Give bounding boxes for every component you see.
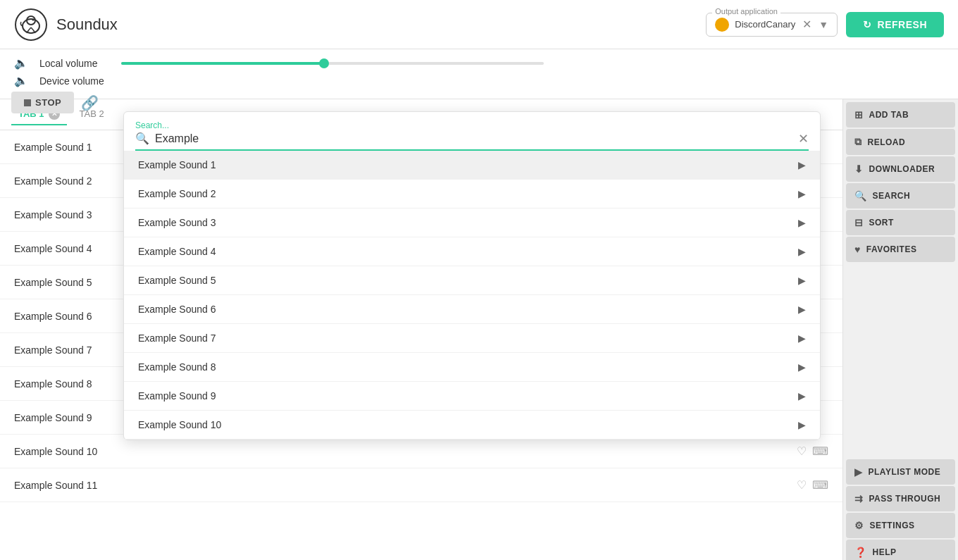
search-result-item-7[interactable]: Example Sound 7 ▶ (124, 324, 820, 353)
search-float-label: Search... (135, 120, 809, 130)
keybind-button-10[interactable]: ⌨ (812, 444, 828, 458)
sound-name: Example Sound 6 (14, 311, 92, 322)
sound-name: Example Sound 7 (14, 344, 92, 356)
local-volume-slider[interactable] (121, 62, 544, 65)
header-right: Output application DiscordCanary ✕ ▼ ↻ R… (706, 12, 944, 37)
search-input-row: 🔍 ✕ (135, 132, 809, 151)
search-result-item-2[interactable]: Example Sound 2 ▶ (124, 180, 820, 209)
search-result-item-8[interactable]: Example Sound 8 ▶ (124, 353, 820, 382)
sound-name: Example Sound 1 (14, 142, 92, 153)
play-icon-5: ▶ (798, 275, 806, 286)
play-icon-3: ▶ (798, 217, 806, 228)
sort-button[interactable]: ⊟ SORT (846, 210, 955, 235)
add-tab-icon: ⊞ (854, 109, 864, 120)
reload-button[interactable]: ⧉ RELOAD (846, 129, 955, 155)
play-icon-4: ▶ (798, 246, 806, 257)
stop-button[interactable]: STOP (11, 92, 74, 113)
result-name: Example Sound 8 (138, 361, 216, 373)
logo-area: Soundux (14, 8, 118, 42)
keybind-button-11[interactable]: ⌨ (812, 478, 828, 492)
sound-name: Example Sound 8 (14, 378, 92, 390)
result-name: Example Sound 10 (138, 419, 221, 430)
device-volume-icon: 🔈 (14, 74, 28, 87)
local-volume-label: Local volume (39, 58, 110, 69)
favorites-icon: ♥ (854, 244, 861, 255)
stop-row: STOP 🔗 (11, 92, 99, 113)
settings-button[interactable]: ⚙ SETTINGS (846, 513, 955, 538)
refresh-button[interactable]: ↻ REFRESH (846, 12, 944, 37)
sound-name: Example Sound 11 (14, 480, 97, 491)
pass-through-button[interactable]: ⇉ PASS THROUGH (846, 486, 955, 511)
result-name: Example Sound 9 (138, 390, 216, 402)
sort-icon: ⊟ (854, 217, 864, 228)
sound-name: Example Sound 3 (14, 209, 92, 220)
play-icon-9: ▶ (798, 390, 806, 402)
sound-name: Example Sound 10 (14, 446, 97, 457)
search-result-item-6[interactable]: Example Sound 6 ▶ (124, 295, 820, 324)
playlist-icon: ▶ (854, 466, 863, 478)
play-icon-10: ▶ (798, 419, 806, 430)
search-button[interactable]: 🔍 SEARCH (846, 183, 955, 209)
stop-icon (24, 99, 31, 106)
play-icon-7: ▶ (798, 332, 806, 344)
result-name: Example Sound 4 (138, 246, 216, 257)
sound-item-10-actions: ♡ ⌨ (797, 444, 828, 458)
search-input[interactable] (155, 132, 792, 145)
favorite-button-11[interactable]: ♡ (797, 478, 807, 492)
sound-name: Example Sound 2 (14, 175, 92, 187)
output-app-label: Output application (712, 7, 780, 15)
search-clear-button[interactable]: ✕ (798, 132, 809, 145)
downloader-button[interactable]: ⬇ DOWNLOADER (846, 156, 955, 182)
search-header: Search... 🔍 ✕ (124, 112, 820, 151)
sound-name: Example Sound 4 (14, 243, 92, 254)
play-icon-2: ▶ (798, 188, 806, 199)
search-result-item-9[interactable]: Example Sound 9 ▶ (124, 382, 820, 411)
playlist-mode-button[interactable]: ▶ PLAYLIST MODE (846, 459, 955, 485)
search-result-item-3[interactable]: Example Sound 3 ▶ (124, 209, 820, 237)
volume-icon: 🔈 (14, 56, 28, 70)
search-result-item-1[interactable]: Example Sound 1 ▶ (124, 151, 820, 180)
discord-icon (715, 18, 729, 32)
device-volume-label: Device volume (39, 75, 110, 87)
sound-item-11[interactable]: Example Sound 11 ♡ ⌨ (0, 468, 842, 502)
help-icon: ❓ (854, 547, 867, 558)
app-logo (14, 8, 48, 42)
refresh-icon: ↻ (863, 19, 872, 30)
search-overlay: Search... 🔍 ✕ Example Sound 1 ▶ Example … (123, 111, 821, 440)
output-app-selector[interactable]: Output application DiscordCanary ✕ ▼ (706, 13, 838, 37)
link-icon-button[interactable]: 🔗 (81, 94, 99, 111)
header: Soundux Output application DiscordCanary… (0, 0, 958, 49)
reload-icon: ⧉ (854, 136, 862, 148)
pass-through-icon: ⇉ (854, 493, 864, 504)
search-result-item-4[interactable]: Example Sound 4 ▶ (124, 237, 820, 266)
close-output-app-button[interactable]: ✕ (801, 18, 813, 31)
add-tab-button[interactable]: ⊞ ADD TAB (846, 102, 955, 127)
help-button[interactable]: ❓ HELP (846, 540, 955, 560)
search-result-item-5[interactable]: Example Sound 5 ▶ (124, 266, 820, 295)
favorites-button[interactable]: ♥ FAVORITES (846, 237, 955, 262)
result-name: Example Sound 2 (138, 188, 216, 199)
settings-icon: ⚙ (854, 520, 864, 531)
play-icon-8: ▶ (798, 361, 806, 373)
favorite-button-10[interactable]: ♡ (797, 444, 807, 458)
device-volume-row: 🔈 Device volume (14, 74, 944, 87)
result-name: Example Sound 7 (138, 332, 216, 344)
sound-name: Example Sound 5 (14, 277, 92, 288)
result-name: Example Sound 3 (138, 217, 216, 228)
svg-point-1 (23, 19, 39, 33)
search-results-list: Example Sound 1 ▶ Example Sound 2 ▶ Exam… (124, 151, 820, 440)
search-magnifier-icon: 🔍 (135, 132, 149, 145)
controls-bar: 🔈 Local volume 🔈 Device volume (0, 49, 958, 99)
result-name: Example Sound 5 (138, 275, 216, 286)
app-title: Soundux (56, 15, 118, 34)
right-sidebar: ⊞ ADD TAB ⧉ RELOAD ⬇ DOWNLOADER 🔍 SEARCH… (843, 99, 958, 560)
output-app-name: DiscordCanary (735, 19, 795, 30)
downloader-icon: ⬇ (854, 163, 864, 175)
sound-item-11-actions: ♡ ⌨ (797, 478, 828, 492)
local-volume-row: 🔈 Local volume (14, 56, 944, 70)
result-name: Example Sound 1 (138, 159, 216, 170)
play-icon-1: ▶ (798, 159, 806, 170)
svg-point-2 (27, 16, 35, 25)
dropdown-arrow-icon: ▼ (819, 19, 828, 30)
search-result-item-10[interactable]: Example Sound 10 ▶ (124, 411, 820, 440)
